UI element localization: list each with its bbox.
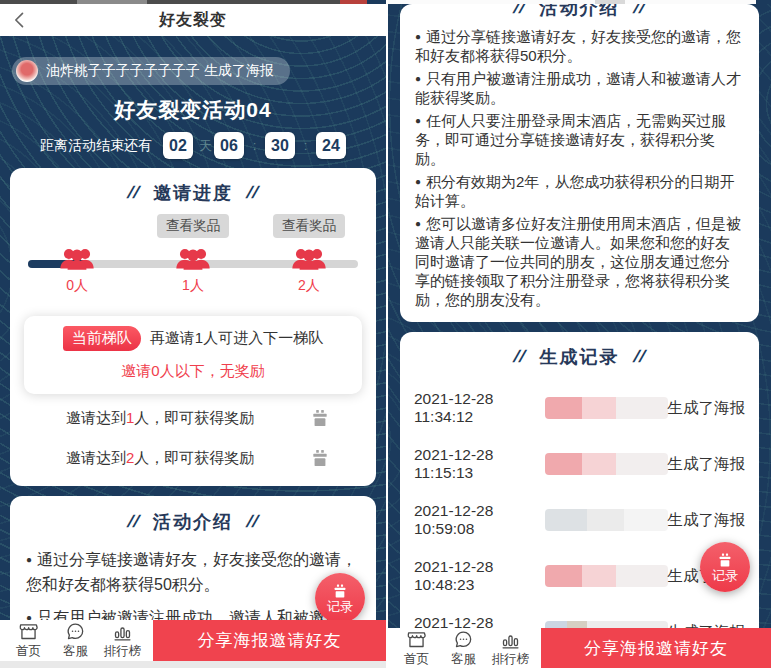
intro-bullets: ●通过分享链接邀请好友，好友接受您的邀请，您和好友都将获得50积分。 ●只有用户… [26, 547, 360, 620]
progress-card-title: 邀请进度 [153, 180, 233, 206]
record-time: 2021-12-28 10:59:08 [414, 502, 545, 538]
title-deco-icon: // [631, 344, 647, 370]
intro-bullet: ●通过分享链接邀请好友，好友接受您的邀请，您和好友都将获得50积分。 [415, 27, 744, 65]
chat-bubble-icon [453, 629, 474, 650]
tab-bar: 首页 客服 排行榜 分享海报邀请好友 [388, 628, 771, 668]
milestone-track: 查看奖品 查看奖品 0人 1人 2 [32, 214, 354, 304]
title-deco-icon: // [125, 509, 141, 535]
gift-icon [717, 552, 733, 568]
record-time: 2021-12-28 10:48:23 [414, 558, 545, 594]
records-float-button[interactable]: 记录 [700, 542, 750, 592]
record-action: 生成了海报 [668, 622, 746, 629]
record-action: 生成了海报 [668, 398, 746, 419]
intro-bullet: ●只有用户被邀请注册成功，邀请人和被邀请人才能获得奖励。 [415, 69, 744, 107]
marquee-notice: 油炸桃子子子子子子子子 生成了海报 [12, 57, 290, 85]
people-group-icon [291, 245, 327, 272]
screen-left: 好友裂变 油炸桃子子子子子子子子 生成了海报 好友裂变活动04 距离活动结束还有… [0, 0, 386, 668]
milestone-label-2: 2人 [298, 277, 320, 295]
countdown-sep1: : [250, 138, 259, 153]
tier-row: 当前梯队 再邀请1人可进入下一梯队 [30, 326, 356, 351]
title-deco-icon: // [631, 4, 647, 21]
shop-icon [406, 629, 427, 650]
records-float-label: 记录 [327, 599, 353, 614]
share-poster-button[interactable]: 分享海报邀请好友 [541, 628, 771, 668]
countdown-minutes: 30 [265, 132, 295, 159]
records-card-title: 生成记录 [540, 344, 620, 370]
record-row: 2021-12-28 11:34:12 生成了海报 [414, 390, 745, 426]
records-float-button[interactable]: 记录 [315, 573, 365, 620]
invite-progress-card: // 邀请进度 // 查看奖品 查看奖品 [10, 168, 376, 486]
gift-icon [310, 448, 330, 468]
record-time: 2021-12-28 11:15:13 [414, 446, 545, 482]
card-title-row: // 活动介绍 // [26, 509, 360, 535]
record-time: 2021-12-28 10:42:46 [414, 614, 545, 628]
share-poster-button[interactable]: 分享海报邀请好友 [153, 620, 386, 661]
records-float-label: 记录 [712, 568, 738, 583]
tab-ranking-label: 排行榜 [104, 643, 142, 660]
reward-text: 邀请达到2人，即可获得奖励 [66, 449, 254, 468]
title-deco-icon: // [512, 4, 528, 21]
countdown-hours: 06 [214, 132, 244, 159]
avatar [16, 60, 38, 82]
tab-bar: 首页 客服 排行榜 分享海报邀请好友 [0, 620, 386, 661]
chevron-left-icon [10, 10, 30, 30]
screen-right: // 活动介绍 // ●通过分享链接邀请好友，好友接受您的邀请，您和好友都将获得… [386, 0, 771, 668]
title-deco-icon: // [245, 180, 261, 206]
tab-ranking-label: 排行榜 [492, 651, 530, 668]
intro-bullet: ●您可以邀请多位好友注册使用周末酒店，但是被邀请人只能关联一位邀请人。如果您和您… [415, 214, 744, 309]
tab-support[interactable]: 客服 [440, 628, 487, 668]
view-prize-button-1[interactable]: 查看奖品 [157, 214, 229, 238]
bar-chart-icon [112, 621, 133, 642]
tab-home[interactable]: 首页 [5, 620, 52, 661]
countdown-sep-days: 天 [199, 137, 208, 155]
stage: 好友裂变 油炸桃子子子子子子子子 生成了海报 好友裂变活动04 距离活动结束还有… [0, 0, 771, 668]
current-tier-box: 当前梯队 再邀请1人可进入下一梯队 邀请0人以下，无奖励 [24, 316, 362, 394]
tier-hint-text: 再邀请1人可进入下一梯队 [150, 329, 323, 348]
card-title-row: // 邀请进度 // [10, 180, 376, 206]
reward-row: 邀请达到2人，即可获得奖励 [10, 438, 376, 478]
redacted-username [545, 565, 668, 587]
record-action: 生成了海报 [668, 510, 746, 531]
intro-card-title: 活动介绍 [540, 4, 620, 21]
intro-card-title: 活动介绍 [153, 509, 233, 535]
tab-ranking[interactable]: 排行榜 [99, 620, 146, 661]
tab-home-label: 首页 [404, 651, 429, 668]
redacted-username [545, 621, 668, 628]
reward-row: 邀请达到1人，即可获得奖励 [10, 398, 376, 438]
people-group-icon [59, 245, 95, 272]
tab-home[interactable]: 首页 [393, 628, 440, 668]
activity-intro-card: // 活动介绍 // ●通过分享链接邀请好友，好友接受您的邀请，您和好友都将获得… [400, 4, 759, 322]
chat-bubble-icon [65, 621, 86, 642]
card-title-row: // 生成记录 // [414, 344, 745, 370]
tab-support-label: 客服 [63, 643, 88, 660]
tab-home-label: 首页 [16, 643, 41, 660]
title-deco-icon: // [125, 180, 141, 206]
card-title-row: // 活动介绍 // [415, 4, 744, 21]
milestone-label-1: 1人 [182, 277, 204, 295]
scroll-area-left: 油炸桃子子子子子子子子 生成了海报 好友裂变活动04 距离活动结束还有 02 天… [0, 36, 386, 620]
tier-warning-text: 邀请0人以下，无奖励 [30, 362, 356, 381]
gift-icon [332, 583, 348, 599]
view-prize-button-2[interactable]: 查看奖品 [273, 214, 345, 238]
redacted-username [545, 397, 668, 419]
bottom-edge-strip [0, 661, 386, 668]
gift-icon [310, 408, 330, 428]
record-row: 2021-12-28 10:42:46 生成了海报 [414, 614, 745, 628]
title-deco-icon: // [512, 344, 528, 370]
tab-ranking[interactable]: 排行榜 [487, 628, 534, 668]
app-bar: 好友裂变 [0, 4, 386, 36]
record-row: 2021-12-28 10:48:23 生成了海报 [414, 558, 745, 594]
title-deco-icon: // [245, 509, 261, 535]
back-button[interactable] [10, 10, 30, 30]
redacted-username [545, 509, 668, 531]
intro-bullet: ●通过分享链接邀请好友，好友接受您的邀请，您和好友都将获得50积分。 [26, 547, 360, 597]
intro-bullets: ●通过分享链接邀请好友，好友接受您的邀请，您和好友都将获得50积分。 ●只有用户… [415, 27, 744, 309]
countdown-label: 距离活动结束还有 [40, 137, 152, 155]
reward-text: 邀请达到1人，即可获得奖励 [66, 409, 254, 428]
current-tier-badge: 当前梯队 [63, 326, 141, 351]
tab-support[interactable]: 客服 [52, 620, 99, 661]
activity-title: 好友裂变活动04 [0, 96, 386, 124]
countdown-seconds: 24 [316, 132, 346, 159]
intro-bullet: ●任何人只要注册登录周末酒店，无需购买过服务，即可通过分享链接邀请好友，获得积分… [415, 111, 744, 168]
shop-icon [18, 621, 39, 642]
